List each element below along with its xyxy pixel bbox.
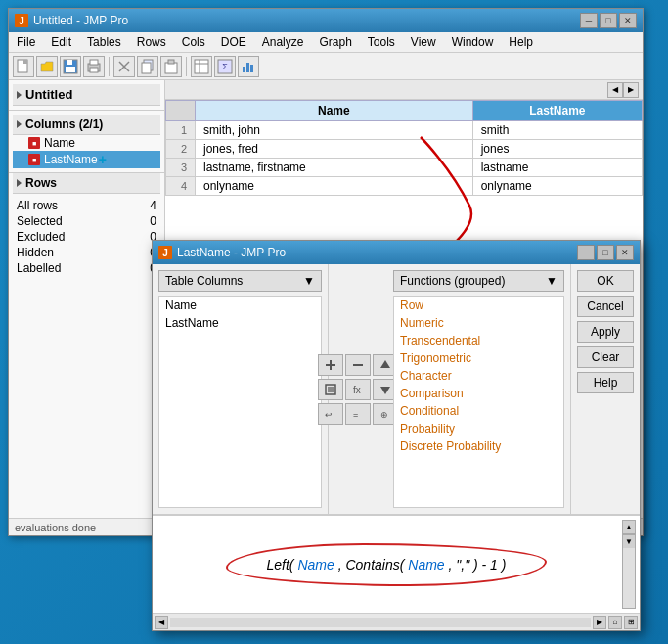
menu-graph[interactable]: Graph	[315, 34, 355, 50]
svg-rect-5	[67, 60, 72, 65]
select-all-button[interactable]	[318, 379, 343, 400]
toolbar-paste[interactable]	[160, 56, 182, 77]
menu-file[interactable]: File	[13, 34, 39, 50]
menu-tools[interactable]: Tools	[364, 34, 399, 50]
untitled-section: Untitled	[9, 80, 164, 111]
menu-rows[interactable]: Rows	[133, 34, 170, 50]
svg-text:J: J	[19, 16, 24, 26]
svg-text:fx: fx	[353, 385, 361, 395]
dialog-home-icon[interactable]: ⌂	[608, 616, 622, 629]
menu-analyze[interactable]: Analyze	[258, 34, 308, 50]
toolbar-summary[interactable]: Σ	[214, 56, 236, 77]
svg-rect-9	[90, 68, 98, 72]
cell-lastname-2[interactable]: jones	[472, 140, 642, 159]
formula-scroll-up[interactable]: ▲	[623, 521, 635, 534]
cell-name-4[interactable]: onlyname	[196, 177, 473, 196]
apply-button[interactable]: Apply	[577, 321, 634, 343]
insert-button[interactable]	[318, 354, 343, 376]
func-probability[interactable]: Probability	[394, 420, 563, 437]
column-item-lastname[interactable]: ■ LastName +	[13, 151, 160, 168]
toolbar-datatable[interactable]	[191, 56, 212, 77]
dialog-close-button[interactable]: ✕	[616, 245, 634, 260]
cell-name-1[interactable]: smith, john	[196, 121, 473, 140]
column-item-name[interactable]: ■ Name	[13, 135, 160, 151]
cell-lastname-1[interactable]: smith	[472, 121, 642, 140]
func-discrete-prob[interactable]: Discrete Probability	[394, 437, 563, 455]
selected-value: 0	[150, 214, 156, 228]
edit-button[interactable]: =	[345, 403, 371, 425]
untitled-header[interactable]: Untitled	[13, 84, 160, 106]
table-columns-dropdown[interactable]: Table Columns ▼	[158, 270, 322, 292]
svg-rect-15	[168, 60, 174, 64]
functions-dropdown[interactable]: Functions (grouped) ▼	[393, 270, 564, 292]
rows-hidden: Hidden 0	[17, 245, 156, 260]
maximize-button[interactable]: □	[600, 13, 617, 28]
dialog-maximize-button[interactable]: □	[597, 245, 614, 260]
column-lastname-label: LastName	[44, 153, 98, 166]
cell-lastname-3[interactable]: lastname	[472, 159, 642, 177]
title-bar-controls: ─ □ ✕	[580, 13, 637, 28]
menu-help[interactable]: Help	[505, 34, 537, 50]
formula-scroll-down[interactable]: ▼	[623, 534, 635, 548]
toolbar-save[interactable]	[60, 56, 81, 77]
svg-rect-23	[250, 65, 253, 72]
menu-view[interactable]: View	[407, 34, 440, 50]
toolbar-sep1	[109, 57, 110, 76]
dialog-scroll-right[interactable]: ▶	[593, 616, 606, 629]
scroll-right-btn[interactable]: ▶	[623, 82, 639, 98]
menu-bar: File Edit Tables Rows Cols DOE Analyze G…	[9, 32, 643, 53]
func-numeric[interactable]: Numeric	[394, 314, 563, 332]
columns-header[interactable]: Columns (2/1)	[13, 115, 160, 135]
dialog-scroll-left[interactable]: ◀	[155, 616, 168, 629]
minimize-button[interactable]: ─	[580, 13, 598, 28]
func-comparison[interactable]: Comparison	[394, 385, 563, 402]
clear-button[interactable]: Clear	[577, 346, 634, 368]
menu-doe[interactable]: DOE	[217, 34, 250, 50]
format-button[interactable]: fx	[345, 379, 371, 400]
col-list-name[interactable]: Name	[159, 297, 321, 314]
menu-edit[interactable]: Edit	[47, 34, 75, 50]
cell-name-2[interactable]: jones, fred	[196, 140, 473, 159]
col-list-lastname[interactable]: LastName	[159, 314, 321, 332]
dialog-minimize-button[interactable]: ─	[577, 245, 595, 260]
menu-window[interactable]: Window	[448, 34, 498, 50]
func-transcendental[interactable]: Transcendental	[394, 332, 563, 349]
toolbar-cut[interactable]	[113, 56, 135, 77]
dialog-grid-icon[interactable]: ⊞	[624, 616, 638, 629]
toolbar-open[interactable]	[36, 56, 58, 77]
delete-button[interactable]	[345, 354, 371, 376]
excluded-label: Excluded	[17, 230, 65, 244]
func-character[interactable]: Character	[394, 367, 563, 385]
toolbar-sep2	[186, 57, 187, 76]
func-conditional[interactable]: Conditional	[394, 402, 563, 420]
cell-lastname-4[interactable]: onlyname	[472, 177, 642, 196]
toolbar-copy[interactable]	[137, 56, 158, 77]
columns-triangle-icon	[17, 120, 22, 128]
undo-button[interactable]: ↩	[318, 403, 343, 425]
toolbar-new[interactable]	[13, 56, 34, 77]
toolbar-chart[interactable]	[238, 56, 259, 77]
close-button[interactable]: ✕	[619, 13, 637, 28]
formula-name-ref2: Name	[408, 557, 444, 573]
menu-tables[interactable]: Tables	[83, 34, 125, 50]
formula-name-ref1: Name	[297, 557, 334, 573]
rows-section: Rows All rows 4 Selected 0 Excluded 0 Hi…	[9, 173, 164, 280]
toolbar-print[interactable]	[83, 56, 105, 77]
cell-name-3[interactable]: lastname, firstname	[196, 159, 473, 177]
rows-labelled: Labelled 0	[17, 260, 156, 276]
func-trigonometric[interactable]: Trigonometric	[394, 349, 563, 367]
help-button[interactable]: Help	[577, 372, 634, 393]
formula-scrollbar[interactable]: ▲ ▼	[622, 520, 636, 609]
ok-button[interactable]: OK	[577, 270, 634, 292]
func-row[interactable]: Row	[394, 297, 563, 314]
rows-selected: Selected 0	[17, 213, 156, 229]
add-column-icon[interactable]: +	[99, 152, 107, 167]
rows-header[interactable]: Rows	[13, 173, 160, 194]
header-lastname[interactable]: LastName	[472, 101, 642, 121]
table-row: 4 onlyname onlyname	[166, 177, 643, 196]
header-name[interactable]: Name	[196, 101, 473, 121]
cancel-button[interactable]: Cancel	[577, 296, 634, 317]
menu-cols[interactable]: Cols	[178, 34, 209, 50]
columns-list: Name LastName	[158, 296, 322, 508]
scroll-left-btn[interactable]: ◀	[607, 82, 623, 98]
